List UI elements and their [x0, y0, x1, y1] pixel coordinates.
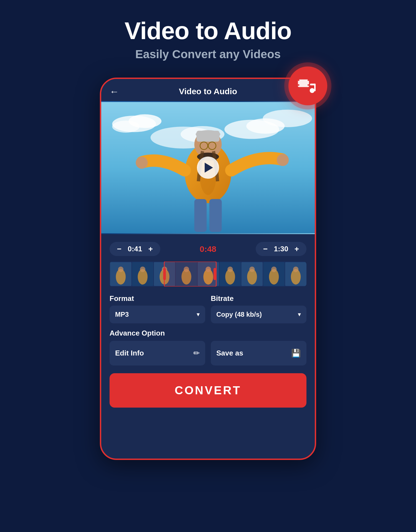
svg-rect-59 [164, 262, 216, 287]
advance-option-label: Advance Option [110, 329, 306, 337]
bitrate-group: Bitrate Copy (48 kb/s) ▾ [211, 294, 306, 323]
svg-rect-1 [298, 79, 299, 81]
page-title: Video to Audio [125, 17, 291, 45]
svg-rect-25 [194, 199, 207, 232]
start-time-plus-button[interactable]: + [146, 245, 155, 253]
svg-point-52 [227, 267, 233, 272]
svg-point-5 [310, 88, 314, 93]
timeline-thumbnails [110, 262, 306, 287]
format-bitrate-section: Format MP3 ▾ Bitrate Copy (48 kb/s) ▾ [110, 294, 306, 323]
save-icon: 💾 [291, 349, 301, 358]
convert-label: CONVERT [175, 384, 241, 397]
start-time-minus-button[interactable]: − [115, 245, 123, 253]
start-time-value: 0:41 [127, 245, 143, 253]
format-dropdown[interactable]: MP3 ▾ [110, 306, 205, 323]
svg-rect-0 [298, 79, 309, 87]
bitrate-arrow-icon: ▾ [298, 311, 301, 318]
svg-rect-61 [163, 268, 166, 280]
play-button[interactable] [197, 157, 219, 179]
edit-icon: ✏ [193, 349, 200, 358]
timeline-frames [110, 262, 306, 287]
format-group: Format MP3 ▾ [110, 294, 205, 323]
svg-rect-20 [197, 131, 220, 142]
format-value: MP3 [115, 311, 129, 318]
svg-rect-7 [310, 83, 316, 85]
end-time-plus-button[interactable]: + [293, 245, 301, 253]
svg-point-42 [118, 267, 124, 272]
svg-point-22 [136, 157, 148, 169]
svg-point-58 [293, 267, 299, 272]
back-button[interactable]: ← [110, 86, 119, 97]
save-as-label: Save as [216, 349, 243, 357]
svg-point-44 [140, 267, 145, 272]
svg-rect-2 [308, 79, 309, 81]
page-subtitle: Easily Convert any Videos [135, 48, 281, 61]
format-arrow-icon: ▾ [197, 311, 200, 318]
svg-point-11 [112, 121, 139, 132]
app-header: ← Video to Audio [101, 79, 315, 101]
phone-frame: ← Video to Audio [100, 78, 316, 460]
bitrate-dropdown[interactable]: Copy (48 kb/s) ▾ [211, 306, 306, 323]
time-controls: − 0:41 + 0:48 − 1:30 + [110, 242, 306, 256]
svg-point-54 [249, 267, 255, 272]
app-icon-badge [288, 66, 327, 105]
advance-buttons-group: Edit Info ✏ Save as 💾 [110, 341, 306, 365]
bitrate-value: Copy (48 kb/s) [216, 311, 262, 318]
svg-rect-62 [214, 268, 216, 280]
svg-rect-4 [308, 84, 309, 86]
svg-point-56 [271, 267, 277, 272]
format-label: Format [110, 294, 205, 303]
phone-frame-wrapper: ← Video to Audio [100, 78, 316, 460]
video-to-audio-icon [298, 76, 318, 96]
edit-info-button[interactable]: Edit Info ✏ [110, 341, 205, 365]
convert-button[interactable]: CONVERT [110, 373, 306, 408]
timeline-strip[interactable] [110, 262, 306, 287]
svg-rect-3 [298, 84, 299, 86]
current-time-display: 0:48 [200, 244, 216, 254]
svg-point-23 [277, 154, 289, 166]
start-time-stepper: − 0:41 + [110, 242, 160, 256]
save-as-button[interactable]: Save as 💾 [211, 341, 306, 365]
video-player[interactable] [101, 101, 315, 234]
controls-section: − 0:41 + 0:48 − 1:30 + [101, 234, 315, 421]
edit-info-label: Edit Info [115, 349, 144, 357]
end-time-minus-button[interactable]: − [261, 245, 270, 253]
app-header-title: Video to Audio [179, 87, 237, 96]
bitrate-label: Bitrate [211, 294, 306, 303]
svg-rect-27 [209, 199, 222, 221]
play-icon [205, 163, 213, 173]
end-time-value: 1:30 [273, 245, 289, 253]
svg-point-14 [263, 110, 312, 127]
end-time-stepper: − 1:30 + [256, 242, 306, 256]
